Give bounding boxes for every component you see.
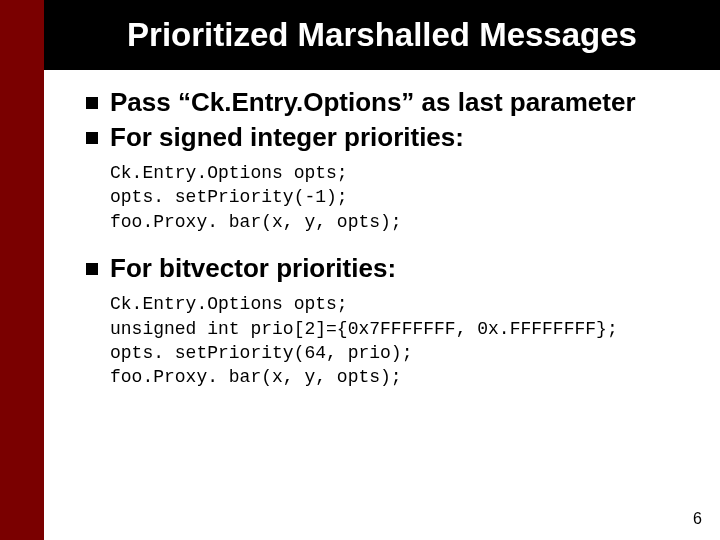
page-number: 6: [693, 510, 702, 528]
bullet-text: Pass “Ck.Entry.Options” as last paramete…: [110, 86, 636, 119]
bullet-item: For bitvector priorities:: [86, 252, 696, 285]
code-block: Ck.Entry.Options opts; opts. setPriority…: [110, 161, 696, 234]
slide: Prioritized Marshalled Messages Pass “Ck…: [0, 0, 720, 540]
title-band: Prioritized Marshalled Messages: [44, 0, 720, 70]
slide-title: Prioritized Marshalled Messages: [127, 16, 637, 54]
bullet-text: For signed integer priorities:: [110, 121, 464, 154]
code-block: Ck.Entry.Options opts; unsigned int prio…: [110, 292, 696, 389]
bullet-item: For signed integer priorities:: [86, 121, 696, 154]
bullet-text: For bitvector priorities:: [110, 252, 396, 285]
bullet-square-icon: [86, 263, 98, 275]
content-area: Pass “Ck.Entry.Options” as last paramete…: [86, 86, 696, 408]
bullet-square-icon: [86, 97, 98, 109]
left-accent-bar: [0, 0, 44, 540]
bullet-square-icon: [86, 132, 98, 144]
bullet-item: Pass “Ck.Entry.Options” as last paramete…: [86, 86, 696, 119]
